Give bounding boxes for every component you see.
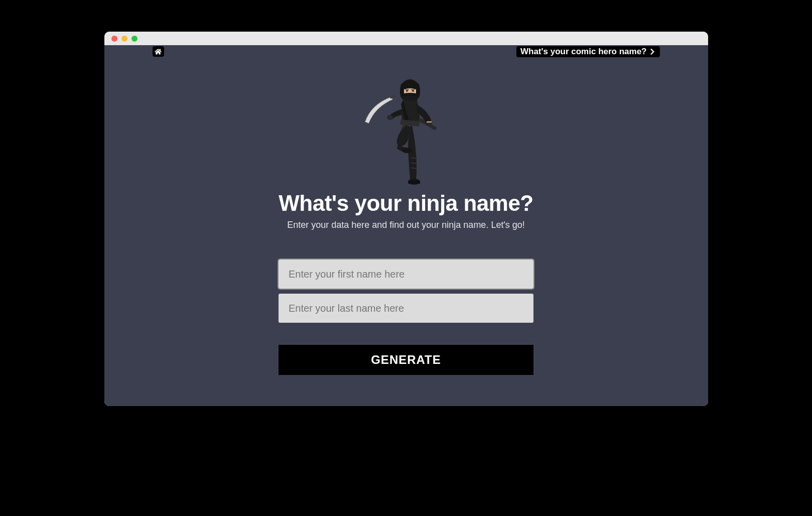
generate-button[interactable]: GENERATE	[279, 345, 533, 375]
home-button[interactable]	[153, 46, 164, 57]
page-title: What's your ninja name?	[279, 191, 533, 216]
app-window: What's your comic hero name?	[104, 32, 708, 406]
first-name-input[interactable]	[279, 260, 533, 289]
close-window-button[interactable]	[111, 36, 117, 42]
maximize-window-button[interactable]	[131, 36, 138, 42]
svg-point-3	[406, 90, 408, 91]
window-titlebar	[104, 32, 708, 45]
page-subtitle: Enter your data here and find out your n…	[287, 220, 525, 230]
home-icon	[155, 48, 162, 55]
main-section: What's your ninja name? Enter your data …	[104, 45, 708, 375]
svg-rect-6	[427, 121, 432, 122]
page-content: What's your comic hero name?	[104, 45, 708, 406]
svg-rect-0	[390, 95, 395, 99]
chevron-right-icon	[650, 48, 655, 55]
svg-point-1	[387, 115, 393, 120]
svg-point-7	[402, 148, 412, 153]
minimize-window-button[interactable]	[121, 36, 127, 42]
next-quiz-label: What's your comic hero name?	[520, 47, 647, 57]
next-quiz-link[interactable]: What's your comic hero name?	[516, 46, 660, 57]
top-nav: What's your comic hero name?	[104, 45, 708, 58]
ninja-illustration	[356, 69, 456, 190]
svg-point-4	[412, 90, 414, 91]
last-name-input[interactable]	[279, 294, 533, 323]
name-form: GENERATE	[279, 260, 533, 375]
